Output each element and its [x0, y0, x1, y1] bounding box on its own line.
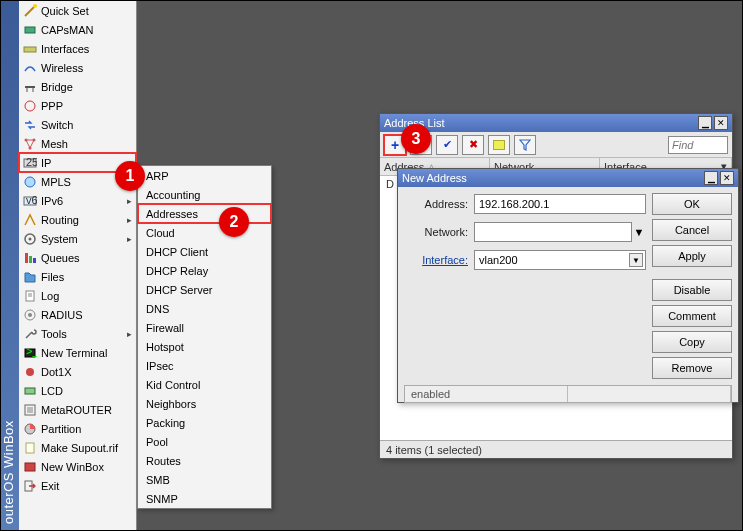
submenu-label: Firewall [146, 322, 184, 334]
submenu-label: Hotspot [146, 341, 184, 353]
sidebar-item-quick-set[interactable]: Quick Set [19, 1, 136, 20]
submenu-item-dhcp-relay[interactable]: DHCP Relay [138, 261, 271, 280]
sidebar-item-ppp[interactable]: PPP [19, 96, 136, 115]
chevron-right-icon: ▸ [127, 196, 132, 206]
wireless-icon [23, 61, 37, 75]
svg-point-28 [26, 368, 34, 376]
sidebar-item-label: Log [41, 290, 59, 302]
sidebar-item-metarouter[interactable]: MetaROUTER [19, 400, 136, 419]
close-button[interactable]: ✕ [720, 171, 734, 185]
svg-rect-3 [24, 47, 36, 52]
submenu-item-dhcp-server[interactable]: DHCP Server [138, 280, 271, 299]
svg-rect-31 [27, 407, 33, 413]
apply-button[interactable]: Apply [652, 245, 732, 267]
chevron-down-icon[interactable]: ▼ [629, 253, 643, 267]
sidebar-item-tools[interactable]: Tools▸ [19, 324, 136, 343]
network-input[interactable] [474, 222, 632, 242]
sidebar-item-label: Exit [41, 480, 59, 492]
comment-button[interactable] [488, 135, 510, 155]
ip-submenu: ARP Accounting Addresses Cloud DHCP Clie… [137, 165, 272, 509]
interface-label[interactable]: Interface: [404, 254, 474, 266]
sidebar-item-radius[interactable]: RADIUS [19, 305, 136, 324]
sidebar-item-switch[interactable]: Switch [19, 115, 136, 134]
log-icon [23, 289, 37, 303]
sidebar-item-partition[interactable]: Partition [19, 419, 136, 438]
sidebar-item-system[interactable]: System▸ [19, 229, 136, 248]
switch-icon [23, 118, 37, 132]
sidebar-item-new-winbox[interactable]: New WinBox [19, 457, 136, 476]
sidebar-item-interfaces[interactable]: Interfaces [19, 39, 136, 58]
sidebar-item-ipv6[interactable]: v6IPv6▸ [19, 191, 136, 210]
x-icon: ✖ [469, 138, 478, 151]
sidebar-item-label: Quick Set [41, 5, 89, 17]
sidebar-item-mesh[interactable]: Mesh [19, 134, 136, 153]
svg-point-13 [25, 177, 35, 187]
submenu-item-pool[interactable]: Pool [138, 432, 271, 451]
new-address-window: New Address ▁ ✕ Address: Network: ▼ Inte… [397, 168, 739, 403]
submenu-item-hotspot[interactable]: Hotspot [138, 337, 271, 356]
app-title-vertical: outerOS WinBox [1, 1, 19, 531]
sidebar: Quick Set CAPsMAN Interfaces Wireless Br… [19, 1, 137, 531]
filter-button[interactable] [514, 135, 536, 155]
svg-rect-18 [25, 253, 28, 263]
svg-rect-33 [26, 443, 34, 453]
funnel-icon [519, 139, 531, 151]
sidebar-item-label: Mesh [41, 138, 68, 150]
submenu-item-cloud[interactable]: Cloud [138, 223, 271, 242]
copy-button[interactable]: Copy [652, 331, 732, 353]
submenu-item-smb[interactable]: SMB [138, 470, 271, 489]
submenu-item-neighbors[interactable]: Neighbors [138, 394, 271, 413]
new-address-form: Address: Network: ▼ Interface: vlan200 ▼ [404, 193, 646, 379]
find-input[interactable] [668, 136, 728, 154]
system-icon [23, 232, 37, 246]
sidebar-item-log[interactable]: Log [19, 286, 136, 305]
minimize-button[interactable]: ▁ [704, 171, 718, 185]
sidebar-item-label: CAPsMAN [41, 24, 94, 36]
submenu-item-kid-control[interactable]: Kid Control [138, 375, 271, 394]
dot1x-icon [23, 365, 37, 379]
sidebar-item-new-terminal[interactable]: >_New Terminal [19, 343, 136, 362]
minimize-button[interactable]: ▁ [698, 116, 712, 130]
sidebar-item-routing[interactable]: Routing▸ [19, 210, 136, 229]
submenu-label: Neighbors [146, 398, 196, 410]
submenu-item-firewall[interactable]: Firewall [138, 318, 271, 337]
tools-icon [23, 327, 37, 341]
sidebar-item-dot1x[interactable]: Dot1X [19, 362, 136, 381]
sidebar-item-exit[interactable]: Exit [19, 476, 136, 495]
lcd-icon [23, 384, 37, 398]
sidebar-item-lcd[interactable]: LCD [19, 381, 136, 400]
ok-button[interactable]: OK [652, 193, 732, 215]
address-input[interactable] [474, 194, 646, 214]
sidebar-item-wireless[interactable]: Wireless [19, 58, 136, 77]
address-list-titlebar[interactable]: Address List ▁ ✕ [380, 114, 732, 132]
sidebar-item-label: IP [41, 157, 51, 169]
network-dropdown-icon[interactable]: ▼ [632, 226, 646, 238]
sidebar-item-make-supout[interactable]: Make Supout.rif [19, 438, 136, 457]
submenu-item-accounting[interactable]: Accounting [138, 185, 271, 204]
new-address-titlebar[interactable]: New Address ▁ ✕ [398, 169, 738, 187]
sidebar-item-label: LCD [41, 385, 63, 397]
submenu-item-arp[interactable]: ARP [138, 166, 271, 185]
cancel-button[interactable]: Cancel [652, 219, 732, 241]
submenu-item-addresses[interactable]: Addresses [138, 204, 271, 223]
enable-button[interactable]: ✔ [436, 135, 458, 155]
sidebar-item-bridge[interactable]: Bridge [19, 77, 136, 96]
interface-select[interactable]: vlan200 ▼ [474, 250, 646, 270]
submenu-label: Routes [146, 455, 181, 467]
comment-button[interactable]: Comment [652, 305, 732, 327]
sidebar-item-files[interactable]: Files [19, 267, 136, 286]
sidebar-item-queues[interactable]: Queues [19, 248, 136, 267]
remove-button[interactable]: Remove [652, 357, 732, 379]
submenu-item-snmp[interactable]: SNMP [138, 489, 271, 508]
disable-button[interactable]: ✖ [462, 135, 484, 155]
sidebar-item-capsman[interactable]: CAPsMAN [19, 20, 136, 39]
submenu-item-dns[interactable]: DNS [138, 299, 271, 318]
submenu-item-dhcp-client[interactable]: DHCP Client [138, 242, 271, 261]
wand-icon [23, 4, 37, 18]
close-button[interactable]: ✕ [714, 116, 728, 130]
submenu-item-routes[interactable]: Routes [138, 451, 271, 470]
svg-text:255: 255 [26, 156, 37, 168]
disable-button[interactable]: Disable [652, 279, 732, 301]
submenu-item-ipsec[interactable]: IPsec [138, 356, 271, 375]
submenu-item-packing[interactable]: Packing [138, 413, 271, 432]
